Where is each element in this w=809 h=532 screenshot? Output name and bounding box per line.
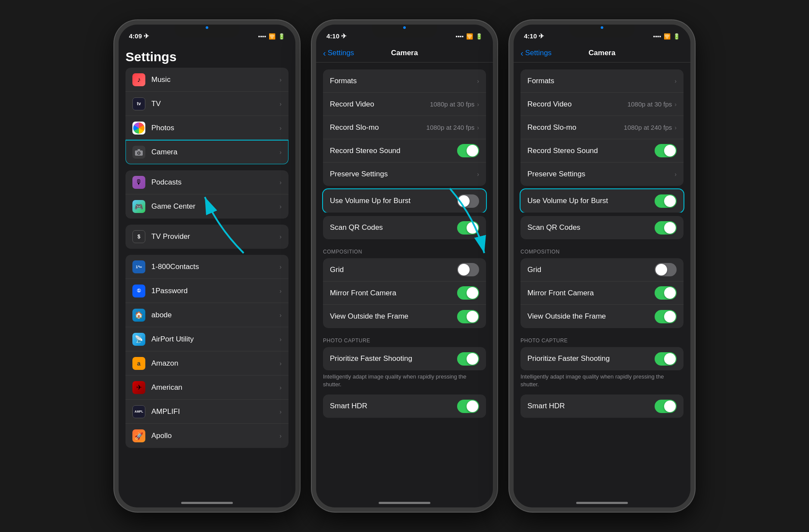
small-gap-2a xyxy=(316,186,493,189)
phone2-notch xyxy=(372,25,437,38)
settings-item-gamecenter[interactable]: 🎮 Game Center › xyxy=(125,194,288,219)
prioritize-toggle-2[interactable] xyxy=(457,352,479,366)
grid-toggle-2[interactable] xyxy=(457,263,479,276)
cam-mirrorfrontcamera-3[interactable]: Mirror Front Camera xyxy=(521,282,684,305)
nav-bar-3: ‹ Settings Camera xyxy=(514,44,690,63)
usevolume-toggle-3[interactable] xyxy=(655,194,677,208)
settings-item-airport[interactable]: 📡 AirPort Utility › xyxy=(125,327,288,351)
cam-recordvideo-2[interactable]: Record Video 1080p at 30 fps › xyxy=(323,93,486,116)
viewoutside-toggle-3[interactable] xyxy=(655,310,677,323)
recordstereo-toggle-3[interactable] xyxy=(655,144,677,157)
cam-recordslomo-3[interactable]: Record Slo-mo 1080p at 240 fps › xyxy=(521,116,684,139)
tv-label: TV xyxy=(151,100,279,108)
settings-item-1800[interactable]: 1ˢ∞ 1-800Contacts › xyxy=(125,255,288,279)
smarthdr-label-3: Smart HDR xyxy=(527,402,655,410)
formats-label-3: Formats xyxy=(527,77,674,85)
svg-rect-3 xyxy=(138,149,140,150)
formats-chevron-2: › xyxy=(477,78,479,84)
settings-item-photos[interactable]: Photos › xyxy=(125,116,288,140)
settings-item-podcasts[interactable]: 🎙 Podcasts › xyxy=(125,170,288,194)
tvprovider-icon: $ xyxy=(132,230,145,243)
cam-usevolume-3[interactable]: Use Volume Up for Burst xyxy=(521,189,684,213)
cam-recordvideo-3[interactable]: Record Video 1080p at 30 fps › xyxy=(521,93,684,116)
cam-recordslomo-2[interactable]: Record Slo-mo 1080p at 240 fps › xyxy=(323,116,486,139)
battery-icon: 🔋 xyxy=(278,33,285,40)
podcasts-icon: 🎙 xyxy=(132,176,145,189)
settings-item-american[interactable]: ✈ American › xyxy=(125,376,288,400)
nav-title-3: Camera xyxy=(589,49,615,57)
cam-grid-2[interactable]: Grid xyxy=(323,258,486,282)
settings-scroll: ♪ Music › tv TV › xyxy=(119,68,295,507)
gap-2d xyxy=(316,328,493,335)
cam-formats-2[interactable]: Formats › xyxy=(323,69,486,93)
settings-item-apollo[interactable]: 🚀 Apollo › xyxy=(125,424,288,448)
gap-2c xyxy=(316,239,493,246)
cam-usevolume-2[interactable]: Use Volume Up for Burst xyxy=(323,189,486,213)
status-icons-2: ▪▪▪▪ 🛜 🔋 xyxy=(456,33,483,40)
cam-mirrorfrontcamera-2[interactable]: Mirror Front Camera xyxy=(323,282,486,305)
usevolume-toggle-2[interactable] xyxy=(457,194,479,208)
back-button-2[interactable]: ‹ Settings xyxy=(323,49,354,57)
composition-header-3: COMPOSITION xyxy=(514,246,690,257)
front-camera-dot-2 xyxy=(403,26,406,29)
cam-grid-3[interactable]: Grid xyxy=(521,258,684,282)
viewoutside-label-3: View Outside the Frame xyxy=(527,312,655,321)
photocapture-group-2: Prioritize Faster Shooting xyxy=(323,347,486,370)
smarthdr-group-2: Smart HDR xyxy=(323,394,486,418)
settings-item-tv[interactable]: tv TV › xyxy=(125,92,288,116)
cam-scanqr-3[interactable]: Scan QR Codes xyxy=(521,216,684,239)
settings-group-apps: 1ˢ∞ 1-800Contacts › ① 1Password › 🏠 abod… xyxy=(125,255,288,448)
mirrorfrontcamera-toggle-2[interactable] xyxy=(457,286,479,300)
small-gap-2b xyxy=(316,213,493,216)
cam-viewoutside-3[interactable]: View Outside the Frame xyxy=(521,305,684,328)
cam-formats-3[interactable]: Formats › xyxy=(521,69,684,93)
recordvideo-chevron-2: › xyxy=(477,101,479,108)
airport-chevron: › xyxy=(279,336,282,343)
settings-item-camera[interactable]: Camera › xyxy=(125,140,288,164)
cam-viewoutside-2[interactable]: View Outside the Frame xyxy=(323,305,486,328)
music-label: Music xyxy=(151,75,279,84)
amazon-icon: a xyxy=(132,357,145,370)
recordslomo-value-2: 1080p at 240 fps xyxy=(426,124,475,131)
settings-item-amazon[interactable]: a Amazon › xyxy=(125,351,288,376)
settings-item-music[interactable]: ♪ Music › xyxy=(125,68,288,92)
cam-scanqr-2[interactable]: Scan QR Codes xyxy=(323,216,486,239)
battery-icon-3: 🔋 xyxy=(673,33,680,40)
cam-prioritize-3[interactable]: Prioritize Faster Shooting xyxy=(521,347,684,370)
smarthdr-toggle-3[interactable] xyxy=(655,400,677,413)
cam-preservesettings-2[interactable]: Preserve Settings › xyxy=(323,163,486,186)
wifi-icon-3: 🛜 xyxy=(664,33,671,40)
cam-recordstereo-2[interactable]: Record Stereo Sound xyxy=(323,139,486,163)
scanqr-toggle-2[interactable] xyxy=(457,221,479,235)
grid-toggle-3[interactable] xyxy=(655,263,677,276)
podcasts-chevron: › xyxy=(279,179,282,186)
recordstereo-toggle-2[interactable] xyxy=(457,144,479,157)
scanqr-toggle-3[interactable] xyxy=(655,221,677,235)
mirrorfrontcamera-toggle-3[interactable] xyxy=(655,286,677,300)
recordvideo-label-3: Record Video xyxy=(527,100,627,109)
settings-item-tvprovider[interactable]: $ TV Provider › xyxy=(125,225,288,249)
airport-icon: 📡 xyxy=(132,333,145,346)
apollo-icon: 🚀 xyxy=(132,429,145,442)
cam-recordstereo-3[interactable]: Record Stereo Sound xyxy=(521,139,684,163)
cam-prioritize-2[interactable]: Prioritize Faster Shooting xyxy=(323,347,486,370)
home-indicator-3 xyxy=(576,502,628,504)
apollo-chevron: › xyxy=(279,432,282,439)
smarthdr-toggle-2[interactable] xyxy=(457,400,479,413)
abode-label: abode xyxy=(151,311,279,319)
prioritize-note-2: Intelligently adapt image quality when r… xyxy=(316,370,493,393)
grid-label-2: Grid xyxy=(330,266,457,274)
photos-chevron: › xyxy=(279,125,282,131)
status-time-2: 4:10 ✈ xyxy=(326,32,347,40)
viewoutside-toggle-2[interactable] xyxy=(457,310,479,323)
settings-item-abode[interactable]: 🏠 abode › xyxy=(125,303,288,327)
cam-preservesettings-3[interactable]: Preserve Settings › xyxy=(521,163,684,186)
cam-smarthdr-2[interactable]: Smart HDR xyxy=(323,394,486,418)
back-button-3[interactable]: ‹ Settings xyxy=(521,49,552,57)
mirrorfrontcamera-label-2: Mirror Front Camera xyxy=(330,289,457,297)
cam-smarthdr-3[interactable]: Smart HDR xyxy=(521,394,684,418)
settings-item-1password[interactable]: ① 1Password › xyxy=(125,279,288,303)
settings-item-amplifi[interactable]: AMPL AMPLIFI › xyxy=(125,400,288,424)
prioritize-toggle-3[interactable] xyxy=(655,352,677,366)
recordslomo-label-2: Record Slo-mo xyxy=(330,123,426,132)
